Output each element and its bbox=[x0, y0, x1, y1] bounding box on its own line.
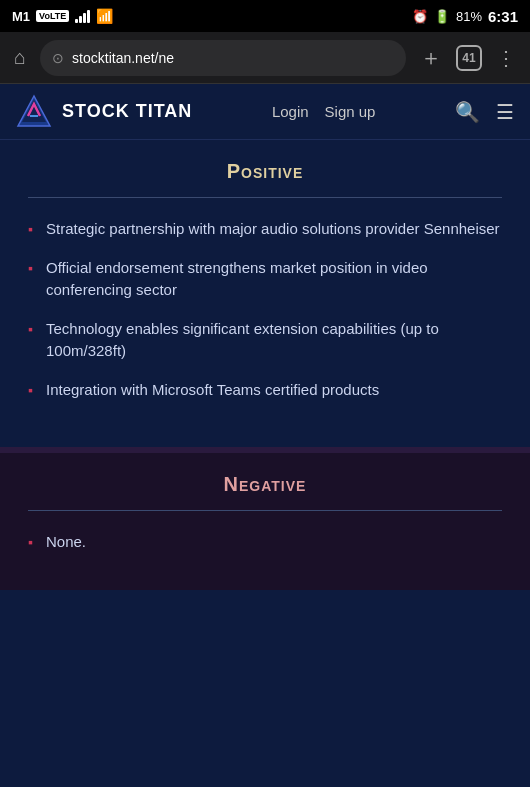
browser-bar: ⌂ ⊙ stocktitan.net/ne ＋ 41 ⋮ bbox=[0, 32, 530, 84]
signal-bars bbox=[75, 9, 90, 23]
nav-links: Login Sign up bbox=[272, 103, 376, 120]
signal-bar-2 bbox=[79, 16, 82, 23]
url-security-icon: ⊙ bbox=[52, 50, 64, 66]
url-bar[interactable]: ⊙ stocktitan.net/ne bbox=[40, 40, 406, 76]
negative-divider bbox=[28, 510, 502, 511]
positive-section: Positive Strategic partnership with majo… bbox=[0, 140, 530, 447]
logo-text: STOCK TITAN bbox=[62, 101, 192, 122]
home-button[interactable]: ⌂ bbox=[10, 42, 30, 73]
battery-icon: 🔋 bbox=[434, 9, 450, 24]
clock: 6:31 bbox=[488, 8, 518, 25]
main-content: Positive Strategic partnership with majo… bbox=[0, 140, 530, 787]
positive-divider bbox=[28, 197, 502, 198]
url-text: stocktitan.net/ne bbox=[72, 50, 394, 66]
negative-section: Negative None. bbox=[0, 447, 530, 590]
negative-list: None. bbox=[28, 531, 502, 554]
list-item: None. bbox=[28, 531, 502, 554]
more-options-button[interactable]: ⋮ bbox=[492, 42, 520, 74]
battery-percent: 81% bbox=[456, 9, 482, 24]
logo-area: STOCK TITAN bbox=[16, 94, 192, 130]
tab-count-button[interactable]: 41 bbox=[456, 45, 482, 71]
wifi-icon: 📶 bbox=[96, 8, 113, 24]
carrier-label: M1 bbox=[12, 9, 30, 24]
negative-title: Negative bbox=[28, 473, 502, 496]
status-bar: M1 VoLTE 📶 ⏰ 🔋 81% 6:31 bbox=[0, 0, 530, 32]
list-item: Integration with Microsoft Teams certifi… bbox=[28, 379, 502, 402]
add-tab-button[interactable]: ＋ bbox=[416, 39, 446, 77]
list-item: Official endorsement strengthens market … bbox=[28, 257, 502, 302]
list-item: Technology enables significant extension… bbox=[28, 318, 502, 363]
logo-icon bbox=[16, 94, 52, 130]
positive-title: Positive bbox=[28, 160, 502, 183]
alarm-icon: ⏰ bbox=[412, 9, 428, 24]
navbar: STOCK TITAN Login Sign up 🔍 ☰ bbox=[0, 84, 530, 140]
volte-badge: VoLTE bbox=[36, 10, 69, 22]
signal-bar-4 bbox=[87, 10, 90, 23]
signal-bar-1 bbox=[75, 19, 78, 23]
login-link[interactable]: Login bbox=[272, 103, 309, 120]
status-left: M1 VoLTE 📶 bbox=[12, 8, 113, 24]
status-right: ⏰ 🔋 81% 6:31 bbox=[412, 8, 518, 25]
signup-link[interactable]: Sign up bbox=[325, 103, 376, 120]
positive-list: Strategic partnership with major audio s… bbox=[28, 218, 502, 401]
signal-bar-3 bbox=[83, 13, 86, 23]
search-button[interactable]: 🔍 bbox=[455, 100, 480, 124]
nav-icons: 🔍 ☰ bbox=[455, 100, 514, 124]
list-item: Strategic partnership with major audio s… bbox=[28, 218, 502, 241]
menu-button[interactable]: ☰ bbox=[496, 100, 514, 124]
